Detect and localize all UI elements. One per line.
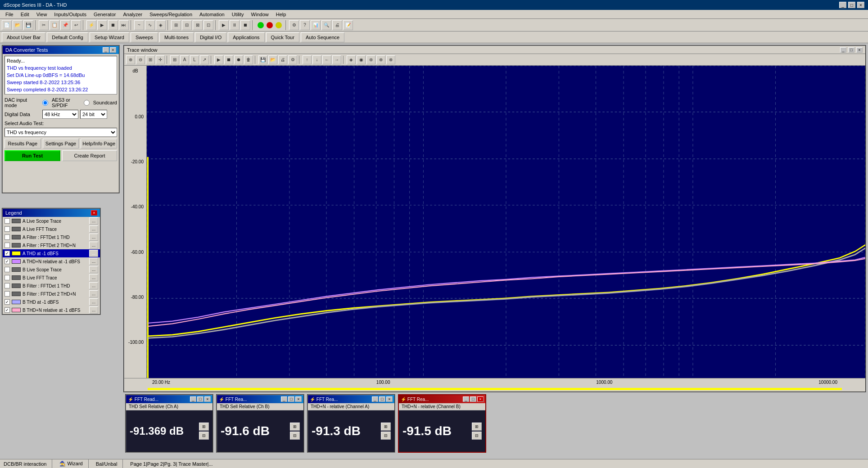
results-page-btn[interactable]: Results Page — [5, 139, 41, 148]
trace-tb-zoom-out[interactable]: ⊖ — [136, 55, 145, 64]
trace-tb-open[interactable]: 📂 — [268, 55, 277, 64]
tb-new[interactable]: 📄 — [2, 20, 12, 30]
legend-edit-5[interactable]: … — [89, 258, 98, 265]
menu-analyzer[interactable]: Analyzer — [119, 11, 146, 18]
tb-btn6[interactable]: ▶ — [97, 20, 107, 30]
fft4-side-btn1[interactable]: ⊞ — [472, 423, 482, 431]
menu-view[interactable]: View — [33, 11, 51, 18]
nav-digital-io[interactable]: Digital I/O — [195, 32, 226, 42]
trace-tb-extra4[interactable]: ⊕ — [376, 55, 385, 64]
create-report-btn[interactable]: Create Report — [62, 150, 117, 161]
fft3-close[interactable]: × — [386, 396, 393, 402]
trace-tb-extra5[interactable]: ⊗ — [386, 55, 395, 64]
tb-btn14[interactable]: ⊠ — [193, 20, 203, 30]
trace-tb-extra1[interactable]: ◈ — [347, 55, 356, 64]
tb-btn7[interactable]: ⏹ — [108, 20, 118, 30]
legend-cb-2[interactable] — [5, 234, 10, 240]
tb-report[interactable]: 📝 — [343, 20, 353, 30]
trace-tb-cursor[interactable]: ✛ — [156, 55, 165, 64]
legend-edit-9[interactable]: … — [89, 290, 98, 297]
minimize-btn[interactable]: _ — [839, 2, 846, 8]
legend-edit-8[interactable]: … — [89, 282, 98, 289]
legend-item-4[interactable]: A THD at -1 dBFS … — [3, 249, 100, 257]
tb-btn12[interactable]: ⊞ — [171, 20, 181, 30]
legend-edit-3[interactable]: … — [89, 242, 98, 249]
menu-automation[interactable]: Automation — [196, 11, 228, 18]
menu-inputs-outputs[interactable]: Inputs/Outputs — [50, 11, 90, 18]
trace-tb-zoom-in[interactable]: ⊕ — [126, 55, 135, 64]
tb-btn9[interactable]: ~ — [134, 20, 144, 30]
run-test-btn[interactable]: Run Test — [5, 150, 60, 161]
fft1-restore[interactable]: □ — [197, 396, 203, 402]
bit-depth-select[interactable]: 24 bit — [80, 110, 107, 119]
trace-minimize-btn[interactable]: _ — [840, 47, 846, 53]
fft2-minimize[interactable]: _ — [281, 396, 287, 402]
nav-multi-tones[interactable]: Multi-tones — [159, 32, 194, 42]
fft3-side-btn2[interactable]: ⊟ — [381, 432, 391, 440]
trace-tb-down[interactable]: ↓ — [312, 55, 321, 64]
trace-tb-export[interactable]: ↗ — [200, 55, 209, 64]
tb-open[interactable]: 📂 — [13, 20, 23, 30]
legend-edit-11[interactable]: … — [89, 306, 98, 314]
nav-sweeps[interactable]: Sweeps — [131, 32, 158, 42]
trace-tb-fit[interactable]: ⊞ — [146, 55, 155, 64]
trace-tb-grid[interactable]: ⊞ — [170, 55, 179, 64]
legend-cb-6[interactable] — [5, 267, 10, 272]
maximize-btn[interactable]: □ — [848, 2, 855, 8]
legend-edit-4[interactable]: … — [89, 250, 98, 257]
fft1-side-btn1[interactable]: ⊞ — [199, 423, 209, 431]
tb-zoom[interactable]: 🔍 — [321, 20, 331, 30]
trace-close-btn[interactable]: × — [856, 47, 863, 53]
fft2-restore[interactable]: □ — [288, 396, 294, 402]
legend-edit-2[interactable]: … — [89, 234, 98, 241]
legend-cb-4[interactable] — [5, 251, 10, 256]
trace-tb-settings[interactable]: ⚙ — [288, 55, 297, 64]
sample-rate-select[interactable]: 48 kHz — [42, 110, 78, 119]
legend-cb-10[interactable] — [5, 299, 10, 305]
settings-page-btn[interactable]: Settings Page — [43, 139, 79, 148]
trace-tb-legend[interactable]: L — [190, 55, 199, 64]
menu-generator[interactable]: Generator — [90, 11, 120, 18]
legend-close-btn[interactable]: × — [91, 210, 97, 216]
legend-edit-10[interactable]: … — [89, 298, 98, 306]
tb-save[interactable]: 💾 — [23, 20, 33, 30]
trace-tb-print[interactable]: 🖨 — [278, 55, 287, 64]
nav-quick-tour[interactable]: Quick Tour — [266, 32, 299, 42]
close-btn[interactable]: × — [857, 2, 864, 8]
fft4-restore[interactable]: □ — [470, 396, 476, 402]
tb-btn11[interactable]: ◈ — [156, 20, 166, 30]
nav-about-user-bar[interactable]: About User Bar — [2, 32, 45, 42]
trace-tb-extra3[interactable]: ⊛ — [366, 55, 375, 64]
trace-restore-btn[interactable]: □ — [848, 47, 854, 53]
legend-cb-1[interactable] — [5, 226, 10, 232]
legend-cb-3[interactable] — [5, 243, 10, 248]
trace-tb-rec[interactable]: ⏺ — [234, 55, 243, 64]
legend-cb-9[interactable] — [5, 291, 10, 297]
tb-undo[interactable]: ↩ — [71, 20, 81, 30]
fft1-close[interactable]: × — [204, 396, 211, 402]
tb-config[interactable]: ⚙ — [289, 20, 299, 30]
graph-plot[interactable] — [147, 66, 865, 392]
menu-sweeps-regulation[interactable]: Sweeps/Regulation — [146, 11, 196, 18]
help-info-page-btn[interactable]: Help/Info Page — [81, 139, 117, 148]
legend-cb-0[interactable] — [5, 218, 10, 224]
tb-stop[interactable]: ⏹ — [240, 20, 250, 30]
legend-edit-1[interactable]: … — [89, 225, 98, 233]
fft4-close[interactable]: × — [477, 396, 484, 402]
trace-tb-clr[interactable]: 🗑 — [244, 55, 253, 64]
trace-tb-right[interactable]: → — [332, 55, 341, 64]
tb-print[interactable]: 🖨 — [332, 20, 342, 30]
nav-auto-sequence[interactable]: Auto Sequence — [301, 32, 344, 42]
legend-cb-11[interactable] — [5, 307, 10, 313]
tb-btn13[interactable]: ⊟ — [182, 20, 192, 30]
tb-pause[interactable]: ⏸ — [230, 20, 240, 30]
legend-cb-7[interactable] — [5, 275, 10, 280]
legend-edit-0[interactable]: … — [89, 217, 98, 225]
tb-help[interactable]: ? — [300, 20, 310, 30]
menu-window[interactable]: Window — [248, 11, 272, 18]
trace-tb-stop[interactable]: ⏹ — [224, 55, 233, 64]
trace-tb-save[interactable]: 💾 — [258, 55, 267, 64]
tb-paste[interactable]: 📌 — [60, 20, 70, 30]
fft1-minimize[interactable]: _ — [190, 396, 196, 402]
fft2-close[interactable]: × — [295, 396, 302, 402]
